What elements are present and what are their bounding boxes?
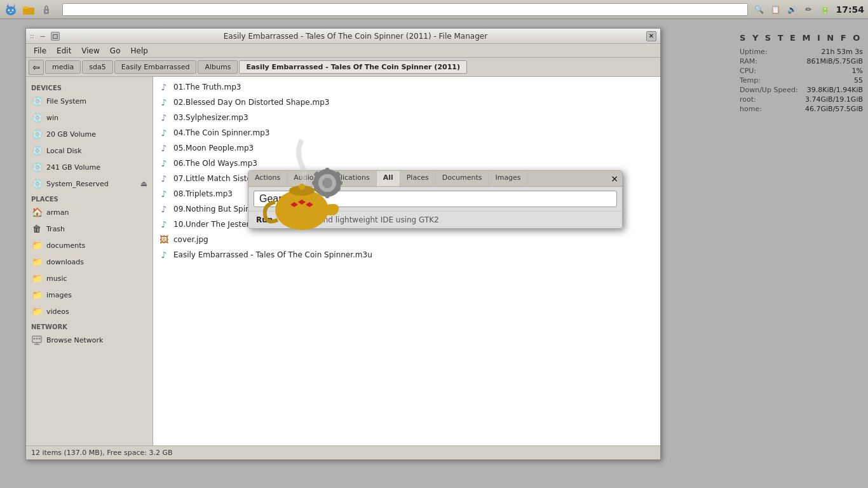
list-item[interactable]: ♪ 04.The Coin Spinner.mp3 [153,125,660,140]
svg-point-31 [322,178,332,188]
filesystem-icon: 💿 [31,95,43,107]
audio-icon: ♪ [158,158,170,169]
music-label: music [46,274,67,283]
svg-rect-24 [325,193,329,198]
audio-icon: ♪ [158,203,170,215]
menu-help[interactable]: Help [125,45,153,57]
sidebar-item-downloads[interactable]: 📁 downloads [26,254,153,270]
audio-icon: ♪ [158,127,170,139]
images-label: images [46,291,72,299]
sidebar-item-241gb[interactable]: 💿 241 GB Volume [26,159,153,175]
home-button[interactable]: ⇦ [29,60,44,75]
videos-label: videos [46,308,69,316]
sysinfo-value: 21h 53m 3s [822,48,863,56]
sidebar-item-trash[interactable]: 🗑 Trash [26,220,153,237]
sidebar-item-images[interactable]: 📁 images [26,287,153,303]
sysinfo-value: 55 [854,76,863,85]
sidebar-item-arman[interactable]: 🏠 arman [26,204,153,220]
audio-icon: ♪ [158,173,170,184]
sidebar-item-documents[interactable]: 📁 documents [26,237,153,254]
breadcrumb-media[interactable]: media [45,60,81,74]
breadcrumb-sda5[interactable]: sda5 [82,60,112,74]
sidebar-item-20gb[interactable]: 💿 20 GB Volume [26,126,153,142]
svg-point-8 [46,10,48,12]
documents-label: documents [46,241,85,250]
sysreserved-label: System_Reserved [46,180,109,188]
sysinfo-label: Down/Up Speed: [740,86,798,94]
win-icon: 💿 [31,112,43,123]
sysinfo-row: home:46.7GiB/57.5GiB [740,105,863,113]
menu-go[interactable]: Go [105,45,126,57]
file-name: 01.The Truth.mp3 [173,83,241,92]
videos-icon: 📁 [31,306,43,317]
sysinfo-row: root:3.74GiB/19.1GiB [740,95,863,104]
20gb-icon: 💿 [31,128,43,140]
tray-search-icon[interactable]: 🔍 [753,4,764,15]
sysreserved-icon: 💿 [31,178,43,189]
restore-button[interactable]: □ [51,32,60,41]
tray-clipboard-icon[interactable]: 📋 [770,4,781,15]
sidebar-item-localdisk[interactable]: 💿 Local Disk [26,142,153,159]
svg-rect-25 [312,181,317,185]
taskbar-cat-icon[interactable] [4,3,18,17]
sysinfo-row: Down/Up Speed:39.8KiB/1.94KiB [740,86,863,94]
sidebar-item-network[interactable]: Browse Network [26,332,153,348]
eject-icon[interactable]: ⏏ [140,179,147,188]
taskbar-folder-icon[interactable] [22,3,36,17]
list-item[interactable]: ♪ 01.The Truth.mp3 [153,79,660,95]
tray-battery-icon[interactable]: 🔋 [819,4,831,15]
list-item[interactable]: 🖼 cover.jpg [153,232,660,247]
taskbar-lock-icon[interactable] [39,3,53,17]
arman-label: arman [46,208,69,217]
sidebar-item-sysreserved[interactable]: 💿 System_Reserved ⏏ [26,175,153,192]
sidebar: DEVICES 💿 File System 💿 win 💿 20 GB Volu… [26,77,153,445]
launcher-tab-places[interactable]: Places [400,171,436,186]
svg-marker-2 [13,4,15,8]
svg-point-12 [34,338,36,340]
list-item[interactable]: ♪ Easily Embarrassed - Tales Of The Coin… [153,247,660,262]
breadcrumb-current[interactable]: Easily Embarrassed - Tales Of The Coin S… [239,60,467,74]
launcher-close-button[interactable]: × [607,171,622,186]
menu-file[interactable]: File [29,45,51,57]
system-info-panel: S Y S T E M I N F O Uptime:21h 53m 3sRAM… [735,28,868,119]
sysinfo-value: 46.7GiB/57.5GiB [805,105,863,113]
menu-view[interactable]: View [76,45,104,57]
image-icon: 🖼 [158,234,170,245]
sidebar-item-filesystem[interactable]: 💿 File System [26,93,153,109]
file-name: cover.jpg [173,235,208,244]
status-text: 12 items (137.0 MB), Free space: 3.2 GB [31,449,173,457]
window-controls: □ [51,32,60,41]
breadcrumb-albums[interactable]: Albums [198,60,238,74]
launcher-tab-documents[interactable]: Documents [436,171,489,186]
tray-pen-icon[interactable]: ✏️ [803,4,814,15]
svg-marker-1 [6,4,9,8]
minimize-button[interactable]: − [39,32,46,41]
list-item[interactable]: ♪ 05.Moon People.mp3 [153,140,660,156]
list-item[interactable]: ♪ 02.Blessed Day On Distorted Shape.mp3 [153,95,660,110]
menu-edit[interactable]: Edit [51,45,76,57]
taskbar: 🔍 📋 🔊 ✏️ 🔋 17:54 [0,0,868,19]
241gb-label: 241 GB Volume [46,163,100,172]
sysinfo-label: RAM: [740,57,757,65]
launcher-tab-all[interactable]: All [377,171,400,186]
launcher-tab-images[interactable]: Images [489,171,527,186]
sysinfo-row: Temp:55 [740,76,863,85]
places-title: PLACES [26,192,153,204]
list-item[interactable]: ♪ 06.The Old Ways.mp3 [153,156,660,171]
network-icon [31,334,43,346]
audio-icon: ♪ [158,249,170,261]
sidebar-item-music[interactable]: 📁 music [26,270,153,287]
audio-icon: ♪ [158,142,170,154]
list-item[interactable]: ♪ 03.Sylphesizer.mp3 [153,110,660,125]
sysinfo-row: Uptime:21h 53m 3s [740,48,863,56]
filesystem-label: File System [46,97,86,105]
devices-title: DEVICES [26,81,153,93]
breadcrumb-easily-embarrassed[interactable]: Easily Embarrassed [114,60,197,74]
sidebar-item-win[interactable]: 💿 win [26,109,153,126]
close-button[interactable]: ✕ [646,31,656,41]
sidebar-item-videos[interactable]: 📁 videos [26,303,153,320]
tray-volume-icon[interactable]: 🔊 [786,4,797,15]
system-clock: 17:54 [836,4,864,15]
trash-label: Trash [46,225,65,233]
localdisk-icon: 💿 [31,145,43,156]
